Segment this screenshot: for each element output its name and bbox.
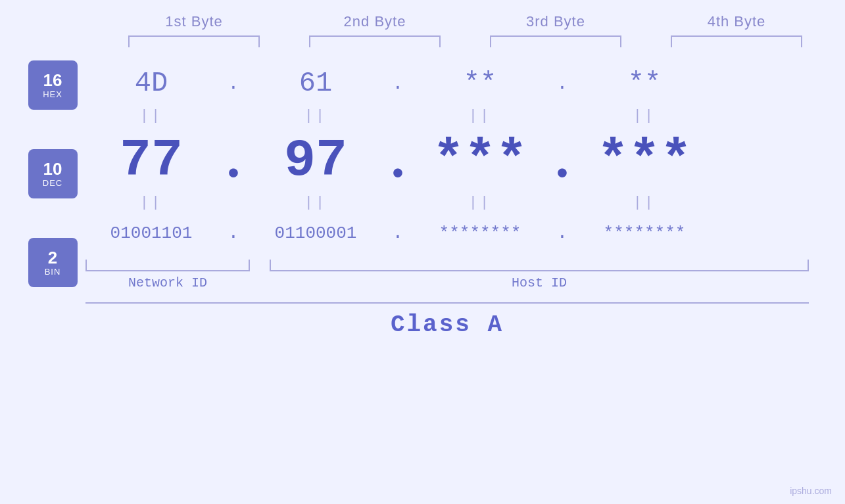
- hex-badge-num: 16: [43, 71, 62, 90]
- values-section: 4D . 61 . ** . **: [85, 54, 845, 338]
- dec-badge-label: DEC: [43, 178, 62, 188]
- hex-badge-label: HEX: [43, 89, 62, 99]
- network-id-text: Network ID: [128, 275, 207, 290]
- byte-headers: 1st Byte 2nd Byte 3rd Byte 4th Byte: [104, 13, 827, 30]
- bin-b2-cell: 01100001: [250, 223, 381, 243]
- bracket-byte2: [309, 35, 441, 47]
- eq1-b2-sym: ||: [304, 108, 327, 124]
- eq2-b4-sym: ||: [633, 195, 656, 211]
- bin-b1-cell: 01001101: [85, 223, 217, 243]
- hex-dot1: .: [224, 74, 243, 94]
- equals-row-2: || || || ||: [85, 193, 809, 212]
- eq2-b2-sym: ||: [304, 195, 327, 211]
- hex-b1-cell: 4D: [85, 68, 217, 99]
- bin-badge: 2 BIN: [28, 238, 78, 287]
- hex-dot2: .: [388, 74, 408, 94]
- hex-dot3: .: [552, 74, 572, 94]
- network-id-label: Network ID: [85, 275, 250, 290]
- equals-row-1: || || || ||: [85, 106, 809, 125]
- byte3-header: 3rd Byte: [483, 13, 628, 30]
- dec-b2-value: 97: [284, 131, 347, 191]
- bracket-byte4: [671, 35, 802, 47]
- dec-b3-cell: ***: [414, 131, 546, 191]
- hex-b3-value: **: [464, 68, 496, 99]
- dec-b3-value: ***: [433, 131, 527, 191]
- bracket-byte1: [128, 35, 260, 47]
- dec-dot2: •: [388, 159, 408, 192]
- dec-b4-cell: ***: [579, 131, 710, 191]
- eq1-b1: ||: [85, 108, 217, 124]
- eq2-b3: ||: [414, 195, 546, 211]
- bottom-brackets-row: [85, 260, 809, 271]
- dec-row: 77 • 97 • *** • ***: [85, 125, 809, 191]
- bin-b1-value: 01001101: [110, 223, 193, 243]
- class-section: Class A: [85, 302, 809, 338]
- network-host-labels: Network ID Host ID: [85, 275, 809, 290]
- hex-b1-value: 4D: [135, 68, 168, 99]
- eq1-b4-sym: ||: [633, 108, 656, 124]
- host-id-label: Host ID: [270, 275, 809, 290]
- bin-badge-label: BIN: [45, 267, 61, 277]
- hex-b4-cell: **: [579, 68, 710, 99]
- hex-row: 4D . 61 . ** . **: [85, 60, 809, 106]
- eq2-b1-sym: ||: [140, 195, 162, 211]
- dec-dot3: •: [552, 159, 572, 192]
- dec-b2-cell: 97: [250, 131, 381, 191]
- byte2-header: 2nd Byte: [302, 13, 447, 30]
- eq2-b1: ||: [85, 195, 217, 211]
- eq2-b2: ||: [250, 195, 381, 211]
- host-id-text: Host ID: [512, 275, 567, 290]
- bin-row: 01001101 . 01100001 . ******** .: [85, 212, 809, 254]
- main-container: 1st Byte 2nd Byte 3rd Byte 4th Byte 16 H…: [0, 0, 845, 504]
- byte4-header: 4th Byte: [664, 13, 809, 30]
- dec-badge: 10 DEC: [28, 149, 78, 198]
- footer-text: ipshu.com: [790, 486, 832, 496]
- byte1-header: 1st Byte: [122, 13, 266, 30]
- dec-badge-num: 10: [43, 160, 62, 179]
- class-label: Class A: [391, 311, 504, 338]
- bin-dot1: .: [224, 223, 243, 243]
- top-brackets: [104, 35, 827, 47]
- bracket-byte3: [490, 35, 621, 47]
- class-label-container: Class A: [85, 311, 809, 338]
- dec-b1-cell: 77: [85, 131, 217, 191]
- hex-badge: 16 HEX: [28, 60, 78, 110]
- eq2-b4: ||: [579, 195, 710, 211]
- eq1-b4: ||: [579, 108, 710, 124]
- eq1-b3: ||: [414, 108, 546, 124]
- dec-sep2: •: [381, 159, 414, 185]
- dec-dot1: •: [224, 159, 243, 192]
- dec-b4-value: ***: [597, 131, 692, 191]
- bin-b3-cell: ********: [414, 223, 546, 243]
- host-bracket: [270, 260, 809, 271]
- hex-sep1: .: [217, 74, 250, 94]
- bin-b2-value: 01100001: [275, 223, 357, 243]
- bin-b4-value: ********: [604, 223, 686, 243]
- eq2-b3-sym: ||: [469, 195, 491, 211]
- bin-sep3: .: [546, 223, 579, 243]
- dec-sep3: •: [546, 159, 579, 185]
- footer: ipshu.com: [790, 486, 832, 496]
- dec-sep1: •: [217, 159, 250, 185]
- eq1-b2: ||: [250, 108, 381, 124]
- badges-column: 16 HEX 10 DEC 2 BIN: [0, 54, 85, 287]
- bin-b4-cell: ********: [579, 223, 710, 243]
- eq1-b1-sym: ||: [140, 108, 162, 124]
- hex-b3-cell: **: [414, 68, 546, 99]
- bin-sep2: .: [381, 223, 414, 243]
- bin-b3-value: ********: [439, 223, 521, 243]
- hex-sep3: .: [546, 74, 579, 94]
- network-bracket: [85, 260, 250, 271]
- bin-sep1: .: [217, 223, 250, 243]
- hex-sep2: .: [381, 74, 414, 94]
- hex-b2-value: 61: [299, 68, 332, 99]
- class-bracket-line: [85, 302, 809, 304]
- bin-badge-num: 2: [48, 248, 57, 267]
- hex-b2-cell: 61: [250, 68, 381, 99]
- bin-dot3: .: [552, 223, 572, 243]
- bin-dot2: .: [388, 223, 408, 243]
- hex-b4-value: **: [628, 68, 661, 99]
- eq1-b3-sym: ||: [469, 108, 491, 124]
- dec-b1-value: 77: [120, 131, 183, 191]
